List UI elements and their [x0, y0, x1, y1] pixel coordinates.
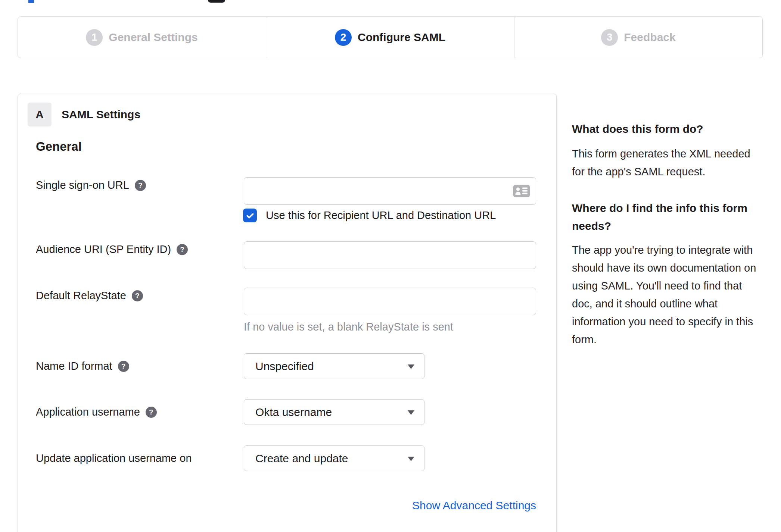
recipient-url-checkbox-label: Use this for Recipient URL and Destinati… — [266, 209, 496, 222]
audience-uri-input[interactable] — [244, 242, 536, 269]
show-advanced-settings-link[interactable]: Show Advanced Settings — [244, 499, 536, 512]
recipient-url-checkbox-row: Use this for Recipient URL and Destinati… — [243, 209, 496, 222]
chevron-down-icon — [408, 364, 414, 369]
help-icon[interactable]: ? — [132, 290, 143, 301]
cutoff-logo-fragment — [208, 0, 225, 3]
wizard-stepper: 1 General Settings 2 Configure SAML 3 Fe… — [18, 16, 763, 58]
step-1-label: General Settings — [109, 31, 197, 44]
update-username-on-select[interactable]: Create and update — [244, 445, 424, 471]
help-sidebar: What does this form do? This form genera… — [572, 120, 763, 348]
step-1-number: 1 — [86, 29, 103, 46]
audience-uri-field-wrap — [244, 241, 536, 269]
step-configure-saml[interactable]: 2 Configure SAML — [266, 17, 514, 58]
relay-state-field-wrap — [244, 288, 536, 315]
audience-uri-label: Audience URI (SP Entity ID) ? — [36, 243, 188, 256]
section-a-badge: A — [28, 103, 52, 126]
relay-state-hint: If no value is set, a blank RelayState i… — [244, 321, 453, 333]
recipient-url-checkbox[interactable] — [243, 209, 257, 222]
step-general-settings[interactable]: 1 General Settings — [18, 17, 266, 58]
chevron-down-icon — [408, 457, 414, 461]
help-icon[interactable]: ? — [135, 180, 146, 191]
saml-settings-panel: A SAML Settings General Single sign-on U… — [18, 94, 557, 532]
relay-state-input[interactable] — [244, 288, 536, 315]
help-icon[interactable]: ? — [146, 407, 157, 418]
sidebar-answer-2: The app you're trying to integrate with … — [572, 241, 763, 348]
application-username-label: Application username ? — [36, 406, 157, 418]
sidebar-question-2: Where do I find the info this form needs… — [572, 199, 763, 235]
update-username-on-label: Update application username on — [36, 452, 192, 464]
step-2-number: 2 — [335, 29, 352, 46]
sidebar-question-1: What does this form do? — [572, 120, 763, 138]
sso-url-input[interactable] — [244, 178, 536, 204]
general-section-heading: General — [36, 140, 82, 154]
sidebar-answer-1: This form generates the XML needed for t… — [572, 145, 763, 181]
step-feedback[interactable]: 3 Feedback — [514, 17, 762, 58]
sso-url-field-wrap — [244, 177, 536, 205]
relay-state-label: Default RelayState ? — [36, 290, 143, 302]
name-id-format-label: Name ID format ? — [36, 360, 129, 372]
cutoff-blue-fragment — [28, 0, 34, 3]
step-2-label: Configure SAML — [358, 31, 445, 44]
sso-url-label: Single sign-on URL ? — [36, 179, 146, 191]
step-3-label: Feedback — [624, 31, 675, 44]
panel-title: SAML Settings — [62, 103, 140, 126]
checkmark-icon — [245, 211, 255, 220]
help-icon[interactable]: ? — [118, 361, 129, 372]
application-username-select[interactable]: Okta username — [244, 399, 424, 425]
contact-card-icon[interactable] — [513, 185, 530, 197]
chevron-down-icon — [408, 410, 414, 415]
name-id-format-select[interactable]: Unspecified — [244, 353, 424, 379]
step-3-number: 3 — [601, 29, 618, 46]
help-icon[interactable]: ? — [177, 244, 188, 255]
